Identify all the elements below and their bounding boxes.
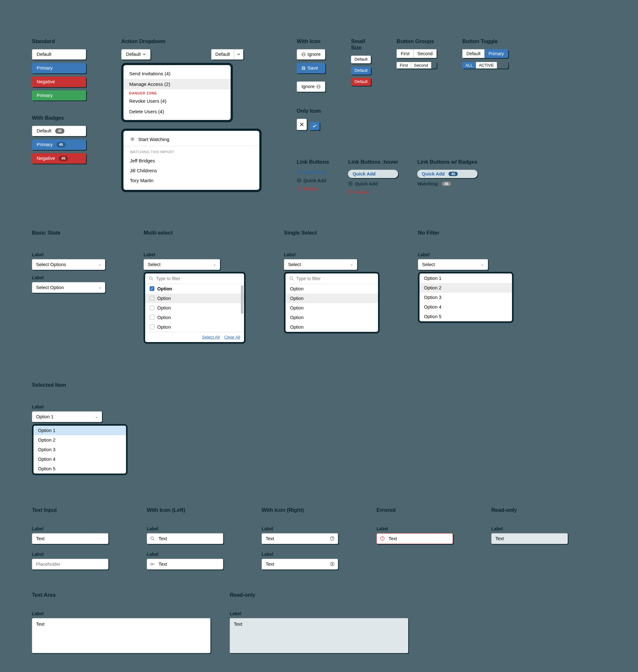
option-row[interactable]: Option bbox=[145, 294, 244, 303]
placeholder-input[interactable] bbox=[32, 559, 108, 569]
textarea[interactable]: Text bbox=[32, 618, 211, 653]
option-row[interactable]: Option bbox=[145, 313, 244, 322]
dropdown-trigger[interactable]: Default bbox=[121, 49, 151, 60]
text-input-icon-left bbox=[147, 559, 223, 570]
split-button[interactable]: Default bbox=[211, 49, 244, 60]
dollar-circle-icon[interactable] bbox=[330, 562, 338, 567]
option-row[interactable]: Option bbox=[286, 322, 378, 332]
multi-select-trigger[interactable]: Select ⌄ bbox=[144, 259, 220, 270]
option-row[interactable]: Option 4 bbox=[33, 454, 126, 464]
primary-badge-button[interactable]: Primary 45 bbox=[32, 140, 86, 150]
option-row[interactable]: Option bbox=[286, 303, 378, 313]
dd-item-delete-users[interactable]: Delete Users (4) bbox=[123, 106, 231, 117]
option-selected[interactable]: Option 1 bbox=[33, 426, 126, 435]
filter-input[interactable] bbox=[296, 276, 374, 281]
no-entry-icon bbox=[316, 85, 321, 89]
toggle-all-button[interactable]: ALL bbox=[462, 62, 476, 69]
group-second-button[interactable]: Second bbox=[411, 62, 431, 69]
svg-point-10 bbox=[149, 277, 152, 279]
plus-circle-icon bbox=[297, 170, 301, 175]
text-input[interactable] bbox=[32, 534, 108, 544]
option-row[interactable]: Option 5 bbox=[419, 312, 512, 321]
plus-circle-icon bbox=[348, 181, 353, 186]
section-text-input: Text Input bbox=[32, 507, 108, 513]
counter-badge: 45 bbox=[442, 182, 451, 186]
toggle-primary-button[interactable]: Primary bbox=[485, 49, 508, 58]
key-text-input[interactable] bbox=[155, 559, 223, 569]
option-row[interactable]: Option 5 bbox=[33, 464, 126, 474]
split-main-button[interactable]: Default bbox=[211, 49, 234, 60]
group-second-button[interactable]: Second bbox=[414, 49, 437, 58]
field-label: Label bbox=[32, 275, 105, 280]
clear-all-link[interactable]: Clear All bbox=[224, 335, 240, 340]
link-quick-add[interactable]: Quick Add bbox=[297, 170, 329, 175]
option-row[interactable]: Option 1 bbox=[419, 274, 512, 283]
link-quick-add-hover-muted[interactable]: Quick Add bbox=[348, 181, 398, 186]
split-caret-button[interactable] bbox=[234, 49, 244, 60]
field-label: Label bbox=[262, 526, 338, 531]
option-row[interactable]: Option 3 bbox=[419, 293, 512, 302]
errored-input[interactable] bbox=[385, 534, 453, 544]
text-input[interactable] bbox=[262, 534, 330, 544]
primary-button[interactable]: Primary bbox=[32, 63, 86, 73]
link-quick-add-muted[interactable]: Quick Add bbox=[297, 178, 329, 183]
selected-item-trigger[interactable]: Option 1 ⌄ bbox=[32, 411, 102, 422]
text-input-wrapper bbox=[32, 533, 108, 544]
option-row[interactable]: Option bbox=[286, 313, 378, 322]
link-quick-add-badge[interactable]: Quick Add 45 bbox=[417, 170, 477, 178]
start-watching-button[interactable]: Start Watching bbox=[123, 135, 259, 146]
link-watching[interactable]: Watching 45 bbox=[417, 181, 477, 186]
option-row[interactable]: Option bbox=[145, 322, 244, 332]
option-row[interactable]: Option 2 bbox=[33, 435, 126, 445]
section-basic-state: Basic State bbox=[32, 230, 105, 236]
chevron-down-icon bbox=[142, 53, 146, 56]
option-row[interactable]: Option bbox=[145, 303, 244, 313]
option-row[interactable]: ✓Option bbox=[145, 284, 244, 294]
nofilter-select-trigger[interactable]: Select ⌄ bbox=[418, 259, 488, 270]
close-icon-button[interactable] bbox=[297, 119, 307, 130]
group-first-button[interactable]: First bbox=[397, 49, 414, 58]
search-text-input[interactable] bbox=[155, 534, 223, 544]
negative-badge-button[interactable]: Negative 45 bbox=[32, 153, 86, 164]
save-icon bbox=[301, 66, 306, 70]
dd-item-manage-access[interactable]: Manage Access (2) bbox=[123, 79, 231, 89]
select-option-dropdown[interactable]: Select Option ⌄ bbox=[32, 282, 105, 293]
group-first-button[interactable]: First bbox=[397, 62, 411, 69]
option-row[interactable]: Option bbox=[286, 284, 378, 294]
option-row[interactable]: Option bbox=[286, 294, 378, 303]
ignore-button[interactable]: Ignore bbox=[297, 49, 325, 60]
toggle-default-button[interactable]: Default bbox=[462, 49, 485, 58]
option-row[interactable]: Option 4 bbox=[419, 302, 512, 312]
field-label: Label bbox=[262, 552, 338, 557]
link-delete[interactable]: Delete bbox=[297, 186, 329, 192]
default-badge-button[interactable]: Default 45 bbox=[32, 126, 86, 136]
small-primary-button[interactable]: Default bbox=[351, 67, 371, 75]
watcher-person: Jeff Bridges bbox=[123, 156, 259, 166]
section-errored: Errored bbox=[376, 507, 453, 513]
small-negative-button[interactable]: Default bbox=[351, 78, 371, 86]
single-select-trigger[interactable]: Select ⌄ bbox=[284, 259, 357, 270]
dd-item-send-invitations[interactable]: Send Invitations (4) bbox=[123, 68, 231, 79]
select-options-dropdown[interactable]: Select Options ⌄ bbox=[32, 259, 105, 270]
text-input[interactable] bbox=[262, 559, 330, 569]
toggle-active-button[interactable]: ACTIVE bbox=[476, 62, 497, 69]
dd-item-revoke-users[interactable]: Revoke Users (4) bbox=[123, 96, 231, 106]
eye-icon bbox=[130, 136, 135, 142]
help-circle-icon[interactable] bbox=[330, 536, 338, 541]
select-all-link[interactable]: Select All bbox=[202, 335, 220, 340]
link-quick-add-hover[interactable]: Quick Add bbox=[348, 170, 398, 178]
default-button[interactable]: Default bbox=[32, 49, 86, 60]
save-button[interactable]: Save bbox=[297, 63, 325, 73]
link-delete-hover[interactable]: Delete bbox=[348, 190, 398, 195]
option-row[interactable]: Option 2 bbox=[419, 283, 512, 293]
negative-button[interactable]: Negative bbox=[32, 77, 86, 87]
section-icon-right: With Icon (Right) bbox=[262, 507, 338, 513]
close-icon bbox=[300, 122, 304, 126]
small-default-button[interactable]: Default bbox=[351, 55, 371, 64]
ignore-button-right[interactable]: Ignore bbox=[297, 81, 325, 92]
button-group: First Second bbox=[397, 49, 437, 58]
check-icon-button[interactable] bbox=[309, 122, 320, 130]
filter-input[interactable] bbox=[156, 276, 240, 281]
green-primary-button[interactable]: Primary bbox=[32, 90, 86, 101]
option-row[interactable]: Option 3 bbox=[33, 445, 126, 454]
